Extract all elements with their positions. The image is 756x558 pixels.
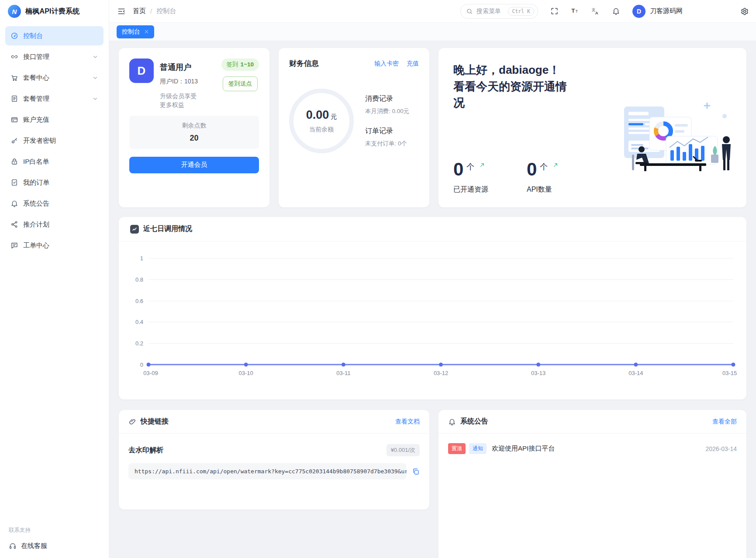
chart-y-tick: 1: [140, 255, 143, 262]
chevron-down-icon: [92, 75, 98, 81]
open-membership-button[interactable]: 开通会员: [129, 157, 259, 173]
copy-icon[interactable]: [412, 468, 420, 475]
developer-key-icon: [10, 137, 18, 145]
link-icon: [128, 418, 136, 426]
sidebar-item-my-orders[interactable]: 我的订单: [5, 173, 104, 192]
dashboard-icon: [10, 32, 18, 40]
ip-whitelist-icon: [10, 158, 18, 165]
svg-text:T: T: [576, 9, 578, 14]
chart-card: 近七日调用情况 00.20.40.60.8103-0903-1003-1103-…: [119, 217, 746, 400]
stat-value: 0: [527, 160, 537, 179]
chevron-down-icon: [92, 54, 98, 60]
package-manage-icon: [10, 95, 18, 103]
sidebar-item-label: 工单中心: [23, 241, 49, 250]
chart-y-tick: 0.6: [135, 297, 143, 304]
quick-link-url-field[interactable]: https://api.nfiii.com/api/open/watermark…: [128, 463, 407, 479]
finance-record-desc: 未支付订单: 0个: [365, 140, 409, 148]
sidebar-item-label: 开发者密钥: [23, 137, 56, 145]
finance-record-title: 订单记录: [365, 127, 409, 136]
sidebar-footer: 联系支持 在线客服: [0, 527, 109, 550]
sidebar-item-label: 套餐中心: [23, 74, 49, 82]
signin-button[interactable]: 签到送点: [223, 76, 258, 91]
signin-badge-prefix: 签到: [227, 61, 238, 68]
tab-dashboard[interactable]: 控制台: [117, 25, 154, 38]
bell-icon: [448, 418, 456, 426]
sidebar-menu: 控制台接口管理套餐中心套餐管理账户充值开发者密钥IP白名单我的订单系统公告推介计…: [0, 23, 109, 255]
recharge-link[interactable]: 充值: [407, 60, 419, 68]
arrow-up-right-icon: [552, 162, 559, 169]
sidebar-item-label: 控制台: [23, 32, 43, 40]
chart-x-tick: 03-10: [239, 370, 253, 376]
sidebar-item-referral-plan[interactable]: 推介计划: [5, 215, 104, 234]
sidebar-item-account-recharge[interactable]: 账户充值: [5, 110, 104, 129]
sidebar-item-api-manage[interactable]: 接口管理: [5, 47, 104, 66]
tab-label: 控制台: [122, 28, 140, 36]
view-docs-link[interactable]: 查看文档: [395, 418, 420, 426]
sidebar-item-label: IP白名单: [23, 158, 49, 166]
finance-record-desc: 本月消费: 0.00元: [365, 107, 409, 115]
breadcrumb-home[interactable]: 首页: [133, 7, 146, 15]
sidebar-item-label: 推介计划: [23, 220, 49, 229]
font-size-icon[interactable]: TT: [571, 7, 579, 15]
sidebar-item-package-center[interactable]: 套餐中心: [5, 68, 104, 87]
search-input[interactable]: 搜索菜单 Ctrl K: [460, 4, 538, 19]
top-header: 首页 / 控制台 搜索菜单 Ctrl K TT 文A D 刀客源码网: [109, 0, 756, 23]
quick-links-card: 快捷链接 查看文档 去水印解析 ¥0.001/次 https://api.nfi…: [119, 410, 429, 510]
stat-unit: 个: [466, 162, 474, 172]
chart-y-tick: 0: [140, 362, 143, 368]
finance-record[interactable]: 订单记录未支付订单: 0个: [365, 127, 409, 148]
my-orders-icon: [10, 179, 18, 186]
sidebar-item-label: 我的订单: [23, 179, 49, 187]
stat-value: 0: [453, 160, 463, 179]
brand[interactable]: N 楠枫API计费系统: [0, 0, 109, 23]
view-all-link[interactable]: 查看全部: [712, 418, 737, 426]
sidebar-item-package-manage[interactable]: 套餐管理: [5, 89, 104, 108]
settings-gear-icon[interactable]: [740, 7, 749, 16]
chart-x-tick: 03-09: [143, 370, 158, 376]
user-card: D 普通用户 用户ID：1013 升级会员享受更多权益 签到1~10 签到送点 …: [119, 48, 269, 207]
chart-title: 近七日调用情况: [143, 224, 192, 234]
online-support-link[interactable]: 在线客服: [9, 542, 100, 550]
chart-y-tick: 0.4: [135, 319, 143, 325]
search-shortcut-badge: Ctrl K: [508, 7, 534, 16]
user-menu[interactable]: D 刀客源码网: [632, 5, 683, 18]
sidebar-item-label: 账户充值: [23, 116, 49, 124]
finance-records: 消费记录本月消费: 0.00元订单记录未支付订单: 0个: [365, 94, 409, 148]
sidebar-item-ticket-center[interactable]: 工单中心: [5, 236, 104, 255]
signin-badge: 签到1~10: [221, 59, 259, 71]
chart-plot: 00.20.40.60.8103-0903-1003-1103-1203-130…: [130, 253, 735, 385]
finance-record[interactable]: 消费记录本月消费: 0.00元: [365, 94, 409, 115]
avatar: D: [632, 5, 646, 18]
fullscreen-icon[interactable]: [550, 7, 559, 15]
sidebar-collapse-icon[interactable]: [117, 7, 126, 16]
sidebar-item-ip-whitelist[interactable]: IP白名单: [5, 152, 104, 171]
chart-y-tick: 0.2: [135, 340, 143, 347]
sidebar-item-dashboard[interactable]: 控制台: [5, 26, 104, 45]
quick-link-name: 去水印解析: [128, 446, 163, 455]
support-label: 联系支持: [9, 527, 100, 534]
username: 刀客源码网: [650, 7, 683, 15]
announcement-row[interactable]: 置顶通知欢迎使用API接口平台2026-03-14: [448, 443, 737, 454]
close-icon[interactable]: [144, 29, 149, 34]
greeting-message: 晚上好，dabiaoge！看看今天的资源开通情况: [453, 62, 568, 111]
announcement-date: 2026-03-14: [705, 445, 737, 452]
chart-x-tick: 03-15: [722, 370, 737, 376]
main-content: D 普通用户 用户ID：1013 升级会员享受更多权益 签到1~10 签到送点 …: [109, 41, 756, 558]
stat-label: API数量: [527, 185, 559, 194]
sidebar-item-label: 套餐管理: [23, 95, 49, 103]
system-announcement-icon: [10, 200, 18, 207]
announcement-text: 欢迎使用API接口平台: [492, 444, 555, 453]
stat-block: 0个API数量: [527, 160, 559, 194]
sidebar-item-label: 接口管理: [23, 53, 49, 61]
translate-icon[interactable]: 文A: [591, 7, 600, 15]
finance-card: 财务信息 输入卡密 充值 0.00 元 当前余额 消费记录本月消费: 0.00元…: [279, 48, 429, 207]
notification-bell-icon[interactable]: [612, 7, 620, 15]
svg-text:T: T: [572, 8, 575, 14]
quick-link-price-badge: ¥0.001/次: [387, 444, 420, 456]
balance-label: 当前余额: [309, 126, 334, 134]
sidebar-item-system-announcement[interactable]: 系统公告: [5, 194, 104, 213]
enter-card-key-link[interactable]: 输入卡密: [374, 60, 399, 68]
chart-icon: [130, 225, 139, 234]
sidebar-item-developer-key[interactable]: 开发者密钥: [5, 131, 104, 150]
user-avatar: D: [129, 59, 154, 83]
